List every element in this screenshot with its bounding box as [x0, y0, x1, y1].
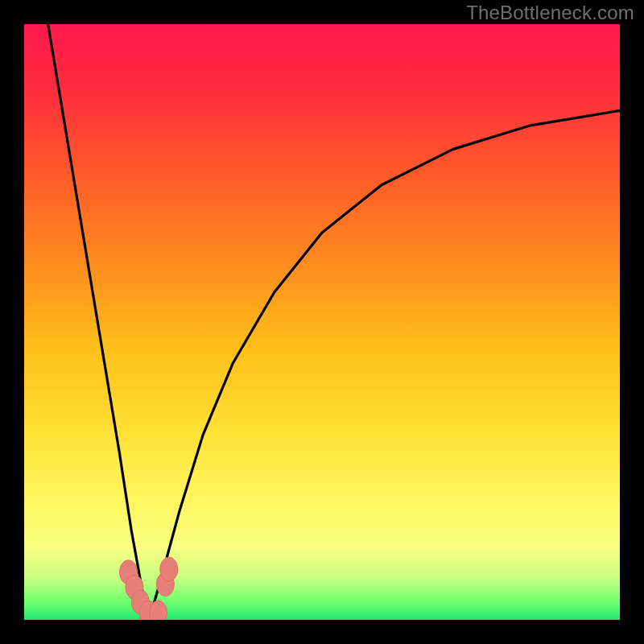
gradient-background — [24, 24, 620, 620]
outer-frame: TheBottleneck.com — [0, 0, 644, 644]
data-marker — [150, 601, 167, 620]
data-marker — [160, 557, 178, 581]
chart-svg — [24, 24, 620, 620]
plot-area — [24, 24, 620, 620]
watermark-text: TheBottleneck.com — [466, 2, 634, 24]
